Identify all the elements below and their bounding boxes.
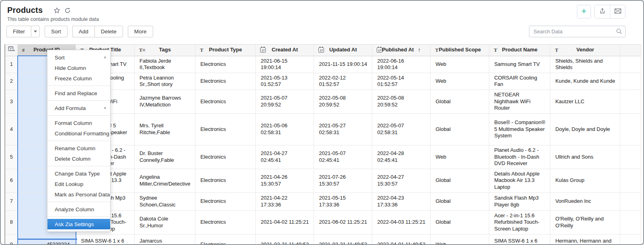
cell-product_type[interactable]: Electronics [195,234,256,245]
favorite-star-icon[interactable] [53,7,60,14]
cell-tags[interactable]: Jamarcus Dooley,Mythopoeia [135,234,195,245]
cell-updated_at[interactable]: 2021-03-31 11:49:53 [314,234,372,245]
cell-product_type[interactable]: Electronics [195,113,256,145]
menu-item-find-and-replace[interactable]: Find and Replace [47,88,110,98]
cell-tags[interactable]: Jazmyne Barrows IV,Metafiction [135,90,195,114]
menu-item-mark-as-personal-data[interactable]: Mark as Personal Data [47,189,110,200]
cell-updated_at[interactable]: 2021-05-27 02:58:31 [314,113,372,145]
cell-product_name[interactable]: CORSAIR Cooling Fan [489,73,550,90]
filter-button[interactable]: Filter [6,26,31,37]
cell-updated_at[interactable]: 2021-05-15 17:33:36 [314,192,372,210]
search-input[interactable] [529,26,626,37]
cell-updated_at[interactable]: 2021-07-26 15:30:57 [314,169,372,192]
select-all-cell[interactable] [6,45,18,56]
menu-item-ask-zia-settings[interactable]: Ask Zia Settings [47,219,110,229]
cell-blank[interactable] [620,210,641,234]
cell-published_at[interactable]: 2022-04-03 11:25:21 [372,210,431,234]
cell-created_at[interactable]: 2021-04-02 11:25:21 [256,210,314,234]
cell-vendor[interactable]: Doyle, Doyle and Doyle [550,113,620,145]
sort-button[interactable]: Sort [45,26,68,37]
column-header-vendor[interactable]: TVendor [550,45,620,56]
cell-tags[interactable]: Fabiola Jerde II,Textbook [135,56,195,73]
cell-vendor[interactable]: Shields, Shields and Shields [550,56,620,73]
row-number[interactable]: 1 [6,56,18,73]
cell-created_at[interactable]: 2021-05-07 20:59:52 [256,90,314,114]
cell-product_name[interactable]: Samsung Smart TV [489,56,550,73]
column-header-tags[interactable]: T≡Tags [135,45,195,56]
row-number[interactable]: 8 [6,210,18,234]
cell-vendor[interactable]: Kunde, Kunde and Kunde [550,73,620,90]
cell-tags[interactable]: Dakota Cole Sr.,Humor [135,210,195,234]
cell-blank[interactable] [620,234,641,245]
cell-vendor[interactable]: O'Reilly, O'Reilly and O'Reilly [550,210,620,234]
cell-published_at[interactable]: 2022-04-28 02:45:41 [372,145,431,169]
export-share-button[interactable] [595,5,610,18]
cell-vendor[interactable]: Kautzer LLC [550,90,620,114]
cell-blank[interactable] [620,145,641,169]
menu-item-sort[interactable]: Sort [47,52,110,63]
delete-button[interactable]: Delete [94,26,123,37]
cell-product_name[interactable]: SIMA SSW-6 1 x 6 Speaker Selector [489,234,550,245]
cell-published_scope[interactable]: Global [431,113,489,145]
menu-item-rename-column[interactable]: Rename Column [47,143,110,153]
row-number[interactable]: 3 [6,90,18,114]
cell-blank[interactable] [620,56,641,73]
row-number[interactable]: 9 [6,234,18,245]
more-button[interactable]: More [128,26,153,37]
column-header-published_scope[interactable]: TPublished Scope [431,45,489,56]
cell-published_scope[interactable]: Global [431,169,489,192]
cell-created_at[interactable]: 2021-04-26 15:30:57 [256,169,314,192]
cell-created_at[interactable]: 2021-03-31 11:49:53 [256,234,314,245]
cell-published_scope[interactable]: Global [431,210,489,234]
cell-created_at[interactable]: 2021-04-27 02:45:41 [256,145,314,169]
cell-updated_at[interactable]: 2021-06-02 11:25:21 [314,210,372,234]
menu-item-hide-column[interactable]: Hide Column [47,63,110,73]
row-number[interactable]: 4 [6,113,18,145]
cell-blank[interactable] [620,73,641,90]
cell-created_at[interactable]: 2021-05-13 01:52:57 [256,73,314,90]
column-header-updated_at[interactable]: 17Updated At [314,45,372,56]
add-new-button[interactable]: + [577,5,591,18]
cell-vendor[interactable]: Kulas Group [550,169,620,192]
cell-updated_at[interactable]: 2021-05-07 02:45:41 [314,145,372,169]
row-number[interactable]: 5 [6,145,18,169]
cell-published_scope[interactable]: Global [431,192,489,210]
row-number[interactable]: 2 [6,73,18,90]
cell-blank[interactable] [620,192,641,210]
email-button[interactable] [610,5,625,18]
cell-created_at[interactable]: 2021-04-22 17:33:36 [256,192,314,210]
cell-published_at[interactable]: 2022-04-27 15:30:57 [372,169,431,192]
cell-published_scope[interactable]: Web [431,145,489,169]
cell-published_at[interactable]: 2022-05-14 01:52:57 [372,73,431,90]
cell-tags[interactable]: Mrs. Tyrell Ritchie,Fable [135,113,195,145]
column-header-product_name[interactable]: TProduct Name [489,45,550,56]
cell-updated_at[interactable]: 2022-05-08 20:59:52 [314,90,372,114]
cell-product_type[interactable]: Electronics [195,145,256,169]
cell-vendor[interactable]: Ullrich and Sons [550,145,620,169]
menu-item-change-data-type[interactable]: Change Data Type [47,168,110,179]
cell-product_type[interactable]: Electronics [195,169,256,192]
menu-item-delete-column[interactable]: Delete Column [47,153,110,164]
row-number[interactable]: 7 [6,192,18,210]
cell-updated_at[interactable]: 2021-11-15 19:00:14 [314,56,372,73]
cell-created_at[interactable]: 2021-06-15 19:00:14 [256,56,314,73]
menu-item-add-formula[interactable]: Add Formula [47,103,110,113]
cell-published_scope[interactable]: Global [431,90,489,114]
row-number[interactable]: 6 [6,169,18,192]
cell-product_name[interactable]: Bose® - Companion® 5 Multimedia Speaker … [489,113,550,145]
cell-vendor[interactable]: Hermann, Hermann and Hermann [550,234,620,245]
cell-published_at[interactable]: 2022-06-16 19:00:14 [372,56,431,73]
cell-blank[interactable] [620,113,641,145]
cell-blank[interactable] [620,90,641,114]
cell-product_type[interactable]: Electronics [195,90,256,114]
column-header-product_type[interactable]: TProduct Type [195,45,256,56]
column-header-created_at[interactable]: 17Created At [256,45,314,56]
menu-item-analyze-column[interactable]: Analyze Column [47,204,110,214]
cell-product_name[interactable]: Acer - 2-in-1 15.6 Refurbished Touch-Scr… [489,210,550,234]
cell-published_at[interactable]: 2022-05-07 02:58:31 [372,113,431,145]
cell-product_name[interactable]: Details About Apple Macbook Air 13.3 Lap… [489,169,550,192]
add-button[interactable]: Add [72,26,94,37]
cell-published_scope[interactable]: Web [431,73,489,90]
cell-title[interactable]: SIMA SSW-6 1 x 6 Speaker Selector [76,234,135,245]
cell-published_at[interactable]: 2022-04-23 17:33:36 [372,192,431,210]
